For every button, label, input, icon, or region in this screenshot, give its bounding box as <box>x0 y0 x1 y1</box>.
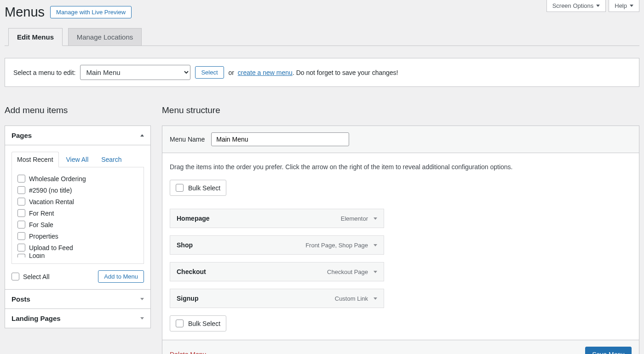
save-menu-button[interactable]: Save Menu <box>585 347 632 354</box>
list-item[interactable]: For Sale <box>17 219 138 230</box>
menu-item[interactable]: Signup Custom Link <box>170 289 384 308</box>
pages-list: Wholesale Ordering #2590 (no title) Vaca… <box>12 167 144 264</box>
chevron-down-icon[interactable] <box>374 217 377 220</box>
checkbox[interactable] <box>176 320 184 327</box>
menu-item-title: Shop <box>177 241 193 249</box>
checkbox[interactable] <box>176 184 184 192</box>
list-item[interactable]: For Rent <box>17 207 138 219</box>
select-menu-label: Select a menu to edit: <box>13 69 75 76</box>
checkbox[interactable] <box>17 244 25 251</box>
create-new-menu-link[interactable]: create a new menu <box>238 69 293 76</box>
menu-select[interactable]: Main Menu <box>80 65 190 80</box>
accordion-posts-header[interactable]: Posts <box>5 289 150 308</box>
menu-name-input[interactable] <box>211 132 349 146</box>
checkbox[interactable] <box>17 209 25 217</box>
checkbox[interactable] <box>17 221 25 228</box>
menu-item[interactable]: Checkout Checkout Page <box>170 262 384 281</box>
page-item-label: For Rent <box>29 210 54 217</box>
select-suffix: . Do not forget to save your changes! <box>293 69 398 76</box>
page-item-label: Vacation Rental <box>29 198 74 206</box>
chevron-down-icon[interactable] <box>374 297 377 300</box>
inner-tab-most-recent[interactable]: Most Recent <box>12 152 59 167</box>
checkbox[interactable] <box>17 254 25 257</box>
menu-select-panel: Select a menu to edit: Main Menu Select … <box>5 58 639 87</box>
page-item-label: Properties <box>29 233 58 240</box>
menu-structure-heading: Menu structure <box>162 105 639 115</box>
inner-tab-search[interactable]: Search <box>96 152 127 167</box>
checkbox[interactable] <box>12 273 19 280</box>
accordion-landing-pages-header[interactable]: Landing Pages <box>5 308 150 328</box>
menu-instruction: Drag the items into the order you prefer… <box>170 163 632 171</box>
bulk-select-top[interactable]: Bulk Select <box>170 180 226 196</box>
bulk-select-label: Bulk Select <box>188 184 220 192</box>
screen-options-tab[interactable]: Screen Options <box>546 0 606 12</box>
accordion-pages-header[interactable]: Pages <box>5 126 150 145</box>
add-menu-items-heading: Add menu items <box>5 105 151 115</box>
menu-item-title: Homepage <box>177 215 210 222</box>
select-all-label: Select All <box>23 273 50 280</box>
menu-name-label: Menu Name <box>170 136 205 143</box>
or-text: or <box>229 69 234 76</box>
screen-options-label: Screen Options <box>552 2 594 9</box>
checkbox[interactable] <box>17 175 25 183</box>
page-item-label: Login <box>29 253 45 258</box>
chevron-down-icon <box>630 5 633 7</box>
select-button[interactable]: Select <box>195 66 224 79</box>
accordion-posts-title: Posts <box>12 295 30 303</box>
help-label: Help <box>615 2 627 9</box>
help-tab[interactable]: Help <box>609 0 639 12</box>
page-item-label: Upload to Feed <box>29 244 73 251</box>
delete-menu-link[interactable]: Delete Menu <box>170 351 206 354</box>
page-item-label: For Sale <box>29 221 53 228</box>
page-title: Menus <box>5 5 45 20</box>
manage-live-preview-button[interactable]: Manage with Live Preview <box>50 6 132 18</box>
page-item-label: Wholesale Ordering <box>29 175 86 183</box>
tab-manage-locations[interactable]: Manage Locations <box>68 28 142 46</box>
chevron-down-icon[interactable] <box>374 271 377 273</box>
checkbox[interactable] <box>17 198 25 206</box>
list-item[interactable]: Login <box>17 253 138 258</box>
accordion-pages-title: Pages <box>12 131 32 139</box>
menu-item[interactable]: Shop Front Page, Shop Page <box>170 235 384 255</box>
bulk-select-bottom[interactable]: Bulk Select <box>170 315 226 331</box>
list-item[interactable]: Properties <box>17 230 138 242</box>
menu-item-title: Signup <box>177 295 198 302</box>
chevron-down-icon <box>140 298 144 300</box>
list-item[interactable]: #2590 (no title) <box>17 184 138 196</box>
chevron-up-icon <box>140 134 144 137</box>
chevron-down-icon <box>140 317 144 320</box>
menu-item-title: Checkout <box>177 268 206 275</box>
checkbox[interactable] <box>17 186 25 194</box>
bulk-select-label: Bulk Select <box>188 320 220 327</box>
inner-tab-view-all[interactable]: View All <box>60 152 94 167</box>
menu-item-type: Custom Link <box>335 295 368 302</box>
list-item[interactable]: Vacation Rental <box>17 196 138 207</box>
select-all[interactable]: Select All <box>12 273 50 280</box>
menu-item-type: Front Page, Shop Page <box>305 242 368 249</box>
accordion-landing-pages-title: Landing Pages <box>12 314 61 322</box>
chevron-down-icon <box>596 5 600 7</box>
list-item[interactable]: Wholesale Ordering <box>17 173 138 184</box>
add-to-menu-button[interactable]: Add to Menu <box>98 270 144 283</box>
list-item[interactable]: Upload to Feed <box>17 242 138 253</box>
menu-item-type: Checkout Page <box>327 268 368 275</box>
checkbox[interactable] <box>17 232 25 240</box>
page-item-label: #2590 (no title) <box>29 187 72 194</box>
menu-item-type: Elementor <box>341 215 368 222</box>
tab-edit-menus[interactable]: Edit Menus <box>8 28 63 46</box>
menu-item[interactable]: Homepage Elementor <box>170 209 384 228</box>
chevron-down-icon[interactable] <box>374 244 377 246</box>
